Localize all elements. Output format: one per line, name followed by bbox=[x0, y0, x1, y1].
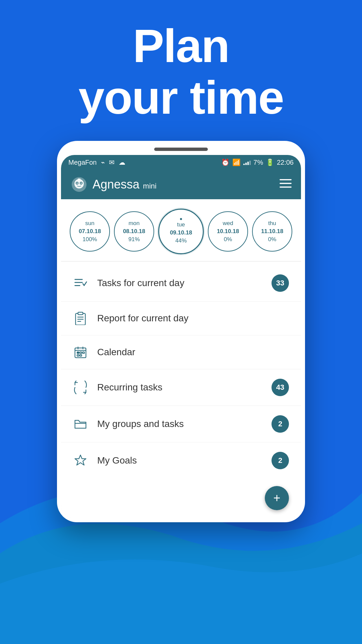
clock-text: 22:06 bbox=[277, 159, 294, 166]
svg-rect-7 bbox=[79, 178, 80, 180]
calendar-strip: sun 07.10.18 100% mon 08.10.18 91% tue 0… bbox=[61, 199, 301, 262]
svg-rect-6 bbox=[78, 178, 79, 180]
status-left: MegaFon ⌁ ✉ ☁ bbox=[68, 158, 125, 166]
email-icon: ✉ bbox=[109, 158, 115, 166]
recurring-icon bbox=[73, 380, 88, 395]
my-groups-tasks-label: My groups and tasks bbox=[97, 419, 262, 429]
menu-item-tasks-current-day[interactable]: Tasks for current day 33 bbox=[61, 265, 301, 302]
tasks-current-day-label: Tasks for current day bbox=[97, 278, 262, 288]
report-current-day-label: Report for current day bbox=[97, 313, 289, 324]
hamburger-button[interactable] bbox=[280, 179, 292, 190]
dot-indicator bbox=[180, 218, 182, 220]
tasks-icon bbox=[73, 276, 88, 290]
svg-point-1 bbox=[74, 179, 84, 189]
star-icon bbox=[73, 453, 88, 468]
menu-item-recurring-tasks[interactable]: Recurring tasks 43 bbox=[61, 369, 301, 406]
svg-rect-25 bbox=[82, 352, 84, 354]
svg-marker-29 bbox=[75, 455, 86, 465]
svg-point-5 bbox=[80, 182, 82, 184]
svg-point-4 bbox=[76, 182, 78, 184]
fab-button[interactable]: + bbox=[265, 486, 289, 510]
menu-item-my-groups-tasks[interactable]: My groups and tasks 2 bbox=[61, 406, 301, 442]
day-mon[interactable]: mon 08.10.18 91% bbox=[114, 211, 154, 252]
battery-icon: 🔋 bbox=[266, 158, 274, 166]
app-header: Agnessa mini bbox=[61, 170, 301, 199]
app-logo: Agnessa mini bbox=[70, 176, 157, 193]
menu-list: Tasks for current day 33 Repo bbox=[61, 262, 301, 482]
hero-line2: your time bbox=[0, 72, 362, 123]
report-icon bbox=[73, 311, 88, 326]
svg-rect-8 bbox=[280, 179, 292, 180]
signal-icon bbox=[243, 160, 251, 165]
phone-notch bbox=[154, 148, 208, 151]
day-wed[interactable]: wed 10.10.18 0% bbox=[208, 211, 248, 252]
menu-item-my-goals[interactable]: My Goals 2 bbox=[61, 442, 301, 479]
wifi-icon: 📶 bbox=[232, 158, 241, 166]
fab-label: + bbox=[273, 491, 280, 505]
cloud-icon: ☁ bbox=[119, 158, 125, 166]
recurring-tasks-label: Recurring tasks bbox=[97, 382, 262, 393]
status-bar: MegaFon ⌁ ✉ ☁ ⏰ 📶 7% 🔋 22:06 bbox=[61, 155, 301, 170]
usb-icon: ⌁ bbox=[101, 158, 105, 166]
carrier-text: MegaFon bbox=[68, 159, 97, 166]
phone-mockup: MegaFon ⌁ ✉ ☁ ⏰ 📶 7% 🔋 22:06 bbox=[57, 141, 305, 522]
battery-text: 7% bbox=[253, 159, 263, 166]
app-name: Agnessa mini bbox=[93, 177, 157, 192]
menu-item-report-current-day[interactable]: Report for current day bbox=[61, 302, 301, 335]
hero-line1: Plan bbox=[0, 20, 362, 72]
fab-container: + bbox=[61, 482, 301, 518]
my-goals-label: My Goals bbox=[97, 455, 262, 466]
folder-icon bbox=[73, 417, 88, 431]
phone-screen: MegaFon ⌁ ✉ ☁ ⏰ 📶 7% 🔋 22:06 bbox=[61, 155, 301, 518]
app-logo-icon bbox=[70, 176, 88, 193]
calendar-icon bbox=[73, 345, 88, 360]
my-goals-badge: 2 bbox=[272, 452, 289, 469]
svg-rect-24 bbox=[80, 352, 81, 354]
recurring-tasks-badge: 43 bbox=[272, 379, 289, 396]
day-thu[interactable]: thu 11.10.18 0% bbox=[252, 211, 292, 252]
svg-rect-23 bbox=[77, 352, 79, 354]
my-groups-tasks-badge: 2 bbox=[272, 415, 289, 433]
alarm-icon: ⏰ bbox=[221, 158, 230, 166]
calendar-label: Calendar bbox=[97, 347, 289, 358]
menu-item-calendar[interactable]: Calendar bbox=[61, 335, 301, 369]
svg-rect-26 bbox=[77, 355, 79, 356]
day-tue[interactable]: tue 09.10.18 44% bbox=[158, 209, 204, 254]
svg-rect-9 bbox=[280, 183, 292, 184]
hero-section: Plan your time bbox=[0, 20, 362, 123]
tasks-current-day-badge: 33 bbox=[272, 274, 289, 292]
svg-rect-18 bbox=[78, 312, 83, 315]
status-right: ⏰ 📶 7% 🔋 22:06 bbox=[221, 158, 294, 166]
svg-rect-10 bbox=[280, 186, 292, 188]
svg-rect-27 bbox=[80, 355, 81, 356]
day-sun[interactable]: sun 07.10.18 100% bbox=[70, 211, 110, 252]
